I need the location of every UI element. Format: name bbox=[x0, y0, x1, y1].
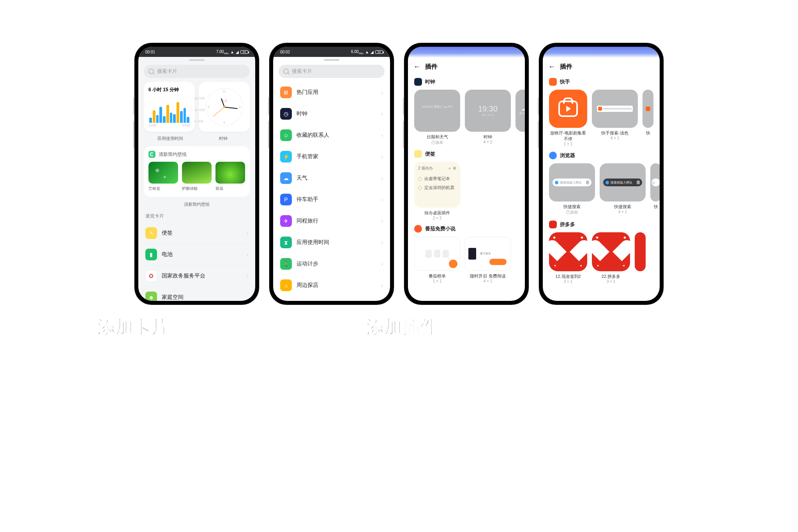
widget-date-weather[interactable]: 12月16日 星期三 | ☁ 21℃ 日期和天气 已添加 bbox=[414, 90, 460, 145]
widget-pdd-more[interactable] bbox=[635, 232, 646, 284]
walk-icon: 🚶 bbox=[280, 258, 292, 270]
signal-icon: ◢ bbox=[236, 50, 239, 54]
list-item-travel[interactable]: ✈同程旅行› bbox=[279, 210, 385, 232]
page-title: 插件 bbox=[560, 63, 572, 71]
status-bar: 00:01 7.00KB/s ▲ ◢ 93 bbox=[138, 47, 255, 57]
wallpaper-caption: 清新简约壁纸 bbox=[144, 201, 250, 207]
shop-icon: ⌂ bbox=[280, 279, 292, 291]
chevron-right-icon: › bbox=[246, 273, 248, 279]
leaf-icon bbox=[148, 151, 155, 158]
list-item-weather[interactable]: ☁天气› bbox=[279, 168, 385, 189]
widget-pdd-signin[interactable]: 拼 ◆◆ ▸◂ 12.现金签到2 3 × 1 bbox=[549, 232, 587, 284]
list-item-battery[interactable]: ▮ 电池› bbox=[144, 244, 250, 265]
widget-preview-usage[interactable]: 6 小时 15 分钟 60 分钟 30 分钟 0 分钟 bbox=[144, 82, 195, 132]
notes-icon: ✎ bbox=[145, 227, 157, 239]
parking-icon: P bbox=[280, 194, 292, 205]
sheet-grabber[interactable] bbox=[189, 59, 205, 61]
shield-icon: ⚡ bbox=[280, 151, 292, 163]
caption-add-widget: 添加插件 bbox=[366, 315, 438, 339]
phone-frame-4: ← 插件 快手 放映厅-电影剧集看不停 1 × 1 快手搜索-浅色 bbox=[539, 43, 664, 305]
section-kuaishou: 快手 bbox=[560, 78, 570, 85]
widget-browser-dark[interactable]: 搜索或输入网址 快捷搜索 4 × 1 bbox=[600, 163, 646, 215]
pdd-icon bbox=[549, 221, 557, 228]
list-item-gov[interactable]: ✪ 国家政务服务平台› bbox=[144, 265, 250, 287]
widget-ks-theater[interactable]: 放映厅-电影剧集看不停 1 × 1 bbox=[549, 90, 587, 146]
widget-todo[interactable]: 2 项待办 ＋ ⚙ 出差带笔记本 定去深圳的机票 待办桌面插件 2 × 2 bbox=[414, 162, 460, 220]
search-icon bbox=[148, 69, 154, 74]
analog-clock: 12 3 6 9 北京 bbox=[206, 88, 243, 125]
page-header: ← 插件 bbox=[543, 58, 660, 76]
search-input[interactable]: 搜索卡片 bbox=[279, 65, 385, 78]
mic-icon bbox=[637, 180, 640, 184]
home-icon: ☻ bbox=[145, 292, 157, 301]
caption-add-card: 添加卡片 bbox=[97, 315, 169, 339]
tv-icon bbox=[558, 101, 578, 117]
widget-pdd-main[interactable]: 拼 ◆◆ ▸◂ 22.拼多多 3 × 1 bbox=[592, 232, 630, 284]
widget-novel-rank[interactable]: 番茄榜单 1 × 1 bbox=[414, 237, 460, 283]
wallpaper-heading: 清新简约壁纸 bbox=[159, 151, 187, 158]
status-time: 00:02 bbox=[280, 50, 290, 54]
search-placeholder: 搜索卡片 bbox=[292, 68, 312, 75]
phone-frame-1: 00:01 7.00KB/s ▲ ◢ 93 搜索卡片 6 小时 15 分钟 bbox=[134, 43, 259, 305]
clock-section-icon bbox=[414, 78, 422, 86]
widget-ks-more[interactable]: 快 bbox=[643, 90, 653, 146]
battery-icon: 93 bbox=[375, 50, 383, 54]
sheet-grabber[interactable] bbox=[324, 59, 339, 61]
notes-section-icon bbox=[414, 150, 422, 158]
list-item-home[interactable]: ☻ 家庭空间 bbox=[144, 287, 250, 301]
widget-novel-read[interactable]: 章节推荐 随时开启 免费阅读 4 × 1 bbox=[465, 237, 511, 283]
browser-icon bbox=[549, 152, 557, 159]
list-item-screentime[interactable]: ⧗应用使用时间› bbox=[279, 232, 385, 253]
section-novel: 番茄免费小说 bbox=[425, 225, 455, 232]
status-bar-area bbox=[408, 47, 525, 58]
list-item-security[interactable]: ⚡手机管家› bbox=[279, 146, 385, 168]
grid-icon: ⊞ bbox=[280, 87, 292, 98]
status-net-speed: 7.00KB/s bbox=[216, 49, 229, 55]
hourglass-icon: ⧗ bbox=[280, 237, 292, 248]
wallpaper-item-3[interactable]: 荷花 bbox=[215, 162, 245, 191]
kuaishou-icon bbox=[549, 78, 557, 86]
widget-preview-clock[interactable]: 12 3 6 9 北京 bbox=[199, 82, 250, 132]
widget-browser-more[interactable]: Q 快 bbox=[650, 163, 660, 215]
section-notes: 便签 bbox=[425, 150, 435, 157]
list-item-contacts[interactable]: ☺收藏的联系人› bbox=[279, 125, 385, 146]
caption-usage: 应用使用时间 bbox=[144, 136, 197, 141]
page-title: 插件 bbox=[425, 63, 438, 71]
widget-ks-search[interactable]: 快手搜索-浅色 4 × 1 bbox=[592, 90, 638, 146]
list-item-steps[interactable]: 🚶运动计步› bbox=[279, 253, 385, 275]
search-icon bbox=[283, 69, 289, 74]
battery-icon: 93 bbox=[240, 50, 248, 54]
usage-title: 6 小时 15 分钟 bbox=[148, 87, 190, 93]
usage-bar-chart: 60 分钟 30 分钟 0 分钟 bbox=[148, 97, 190, 123]
search-placeholder: 搜索卡片 bbox=[157, 68, 177, 75]
wallpaper-item-2[interactable]: 护眼绿植 bbox=[182, 162, 212, 191]
notes-controls: ＋ ⚙ bbox=[448, 166, 456, 171]
list-item-hot-apps[interactable]: ⊞热门应用› bbox=[279, 82, 385, 103]
status-net-speed: 6.00KB/s bbox=[351, 49, 364, 55]
wallpaper-card[interactable]: 清新简约壁纸 兰铃花 护眼绿植 荷花 bbox=[144, 146, 250, 197]
phone-frame-3: ← 插件 时钟 12月16日 星期三 | ☁ 21℃ 日期和天气 已添加 bbox=[404, 43, 529, 305]
widget-clock-more[interactable]: ☁ 雾 19℃ bbox=[516, 90, 525, 145]
list-item-clock[interactable]: ◷时钟› bbox=[279, 103, 385, 125]
page-header: ← 插件 bbox=[408, 58, 525, 76]
list-item-notes[interactable]: ✎ 便签› bbox=[144, 223, 250, 244]
caption-clock: 时钟 bbox=[197, 136, 250, 141]
cloud-icon: ☁ bbox=[280, 172, 292, 184]
gov-icon: ✪ bbox=[145, 270, 157, 282]
search-input[interactable]: 搜索卡片 bbox=[144, 65, 250, 78]
back-button[interactable]: ← bbox=[413, 63, 420, 71]
battery-app-icon: ▮ bbox=[145, 249, 157, 260]
list-item-nearby[interactable]: ⌂周边探店› bbox=[279, 275, 385, 296]
wifi-icon: ▲ bbox=[365, 50, 369, 54]
widget-browser-light[interactable]: 搜索或输入网址 快捷搜索 已添加 bbox=[549, 163, 595, 215]
wifi-icon: ▲ bbox=[230, 50, 234, 54]
back-button[interactable]: ← bbox=[548, 63, 555, 71]
wallpaper-item-1[interactable]: 兰铃花 bbox=[148, 162, 178, 191]
chevron-right-icon: › bbox=[246, 230, 248, 236]
list-item-parking[interactable]: P停车助手› bbox=[279, 189, 385, 210]
widget-clock[interactable]: 19:30 北京 东八区 时钟 4 × 2 bbox=[465, 90, 511, 145]
section-quick-cards: 速览卡片 bbox=[145, 213, 250, 219]
mic-icon bbox=[586, 180, 589, 184]
plane-icon: ✈ bbox=[280, 215, 292, 227]
phone-frame-2: 00:02 6.00KB/s ▲ ◢ 93 搜索卡片 ⊞热门应用› ◷时钟› ☺… bbox=[269, 43, 394, 305]
